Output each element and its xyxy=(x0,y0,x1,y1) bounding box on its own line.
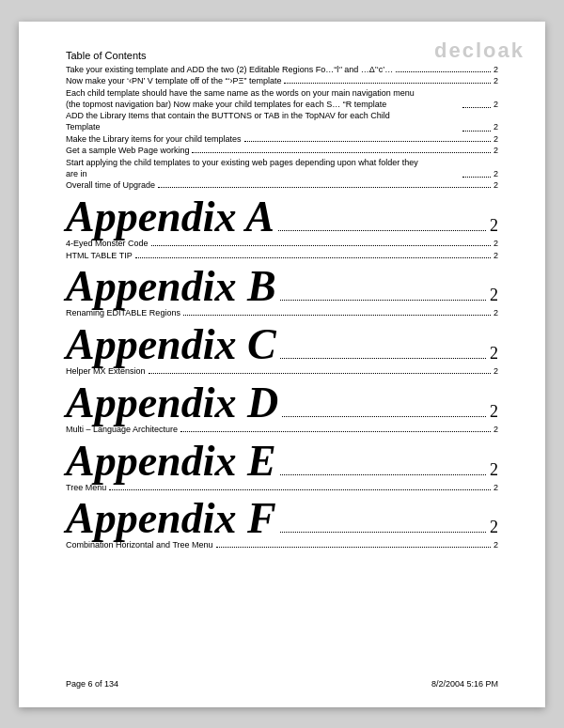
toc-entries: Take your existing template and ADD the … xyxy=(66,65,498,193)
appendix-a-sub1: 4-Eyed Monster Code 2 xyxy=(66,239,498,250)
sub-entry-page: 2 xyxy=(494,308,498,319)
entry-dots xyxy=(462,131,491,132)
entry-text: Take your existing template and ADD the … xyxy=(66,65,393,76)
appendix-f-page: 2 xyxy=(490,519,498,535)
entry-dots xyxy=(158,187,491,188)
appendix-c-page: 2 xyxy=(490,345,498,362)
entry-page: 2 xyxy=(494,180,498,192)
sub-entry-dots xyxy=(183,315,491,316)
appendix-c-heading: Appendix C 2 xyxy=(66,323,498,366)
appendix-e-page: 2 xyxy=(490,461,498,478)
appendix-b-label: Appendix B xyxy=(66,265,276,308)
sub-entry-text: Combination Horizontal and Tree Menu xyxy=(66,540,213,551)
page-footer: Page 6 of 134 8/2/2004 5:16 PM xyxy=(19,679,545,689)
entry-page: 2 xyxy=(494,146,498,157)
sub-entry-page: 2 xyxy=(494,239,498,250)
entry-page: 2 xyxy=(494,76,498,87)
appendix-c-sub1: Helper MX Extension 2 xyxy=(66,366,498,378)
entry-text: Start applying the child templates to yo… xyxy=(66,158,460,179)
appendix-b-sub1: Renaming EDITABLE Regions 2 xyxy=(66,308,498,319)
sub-entry-dots xyxy=(135,257,491,258)
toc-entry-multiline: Start applying the child templates to yo… xyxy=(66,158,498,179)
sub-entry-page: 2 xyxy=(494,425,498,436)
sub-entry-page: 2 xyxy=(494,251,498,262)
entry-page: 2 xyxy=(494,134,498,146)
appendix-f-sub1: Combination Horizontal and Tree Menu 2 xyxy=(66,540,498,551)
appendix-a-label: Appendix A xyxy=(66,195,274,239)
entry-text: Get a sample Web Page working xyxy=(66,146,189,157)
appendix-f-label: Appendix F xyxy=(66,497,276,540)
sub-entry-text: Tree Menu xyxy=(66,483,106,494)
sub-entry-dots xyxy=(109,489,491,490)
sub-entry-dots xyxy=(216,547,491,548)
sub-entry-text: Multi – Language Architecture xyxy=(66,425,178,436)
watermark-text: decloak xyxy=(434,39,525,63)
entry-text: Make the Library items for your child te… xyxy=(66,134,242,146)
entry-text: ADD the Library Items that contain the B… xyxy=(66,111,460,132)
entry-page: 2 xyxy=(494,65,498,76)
appendix-a-heading: Appendix A 2 xyxy=(66,195,498,239)
appendix-d-page: 2 xyxy=(490,403,498,420)
sub-entry-text: HTML TABLE TIP xyxy=(66,251,133,262)
appendix-a-sub2: HTML TABLE TIP 2 xyxy=(66,251,498,262)
sub-entry-text: 4-Eyed Monster Code xyxy=(66,239,149,250)
entry-dots xyxy=(396,71,491,72)
appendix-d-heading: Appendix D 2 xyxy=(66,381,498,425)
appendix-d-sub1: Multi – Language Architecture 2 xyxy=(66,425,498,436)
appendix-e-dots xyxy=(280,474,486,475)
appendix-e-heading: Appendix E 2 xyxy=(66,440,498,483)
entry-page: 2 xyxy=(494,169,498,180)
sub-entry-page: 2 xyxy=(494,540,498,551)
entry-dots xyxy=(462,107,491,108)
toc-entry: Make the Library items for your child te… xyxy=(66,134,498,146)
appendix-f-heading: Appendix F 2 xyxy=(66,497,498,540)
appendix-b-heading: Appendix B 2 xyxy=(66,265,498,308)
sub-entry-text: Helper MX Extension xyxy=(66,366,146,378)
sub-entry-page: 2 xyxy=(494,483,498,494)
sub-entry-dots xyxy=(180,431,491,432)
appendix-a-page: 2 xyxy=(490,217,498,234)
toc-entry: Now make your ‘‹PΝ’ V template off of th… xyxy=(66,76,498,87)
entry-dots xyxy=(192,152,491,153)
toc-entry: Get a sample Web Page working 2 xyxy=(66,146,498,157)
entry-text: Now make your ‘‹PΝ’ V template off of th… xyxy=(66,76,281,87)
date-time: 8/2/2004 5:16 PM xyxy=(431,679,498,689)
appendix-d-label: Appendix D xyxy=(66,381,278,425)
entry-text: Each child template should have the same… xyxy=(66,88,460,110)
entry-page: 2 xyxy=(494,122,498,133)
appendix-c-label: Appendix C xyxy=(66,323,276,366)
entry-dots xyxy=(462,177,491,178)
page-info: Page 6 of 134 xyxy=(66,679,118,689)
appendix-b-dots xyxy=(280,300,486,301)
toc-entry-multiline: ADD the Library Items that contain the B… xyxy=(66,111,498,132)
entry-dots xyxy=(284,83,491,84)
appendix-c-dots xyxy=(280,358,486,359)
page: decloak Table of Contents Take your exis… xyxy=(19,22,545,707)
entry-page: 2 xyxy=(494,100,498,111)
appendix-b-page: 2 xyxy=(490,287,498,303)
sub-entry-dots xyxy=(151,245,491,246)
entry-text: Overall time of Upgrade xyxy=(66,180,155,192)
toc-title: Table of Contents xyxy=(66,50,498,61)
appendix-a-dots xyxy=(278,230,486,231)
sub-entry-page: 2 xyxy=(494,366,498,378)
sub-entry-text: Renaming EDITABLE Regions xyxy=(66,308,180,319)
toc-entry: Overall time of Upgrade 2 xyxy=(66,180,498,192)
appendix-e-label: Appendix E xyxy=(66,440,276,483)
toc-entry: Take your existing template and ADD the … xyxy=(66,65,498,76)
appendix-d-dots xyxy=(282,416,486,417)
sub-entry-dots xyxy=(149,373,491,374)
entry-dots xyxy=(244,141,491,142)
toc-entry-multiline: Each child template should have the same… xyxy=(66,88,498,110)
appendix-f-dots xyxy=(280,532,486,533)
